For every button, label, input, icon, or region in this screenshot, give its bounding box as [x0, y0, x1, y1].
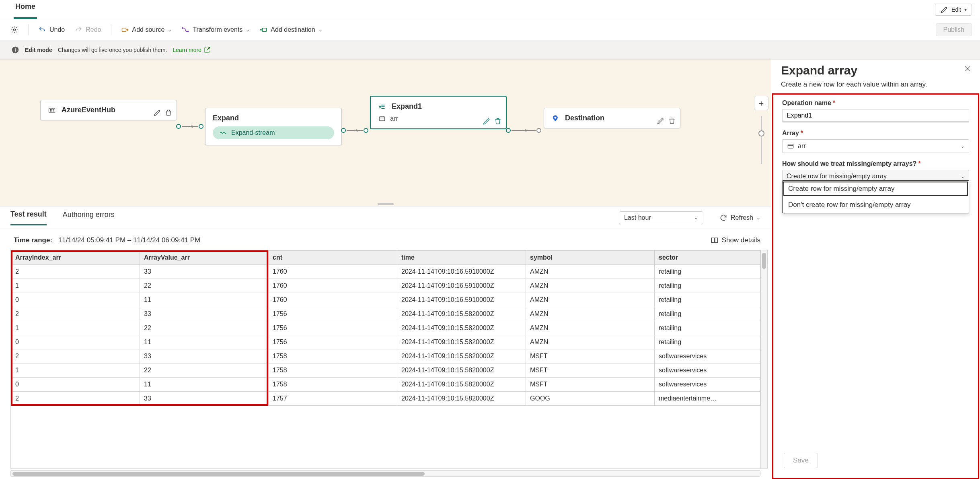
- transform-events-button[interactable]: Transform events ⌄: [181, 26, 250, 34]
- edit-mode-label: Edit mode: [25, 47, 52, 53]
- node-destination[interactable]: Destination: [544, 108, 680, 128]
- publish-button[interactable]: Publish: [936, 23, 972, 36]
- expand-stream-label: Expand-stream: [231, 129, 275, 136]
- table-cell: 11: [140, 335, 269, 349]
- table-row[interactable]: 23317572024-11-14T09:10:15.5820000ZGOOGm…: [11, 392, 760, 406]
- tab-test-result[interactable]: Test result: [10, 210, 47, 225]
- expand-stream-chip[interactable]: Expand-stream: [213, 126, 334, 139]
- table-cell: softwareservices: [655, 349, 760, 363]
- node-expand1[interactable]: Expand1 arr: [370, 96, 507, 129]
- connector-port[interactable]: [536, 128, 541, 133]
- add-destination-icon: [259, 26, 267, 34]
- add-source-button[interactable]: Add source ⌄: [121, 26, 172, 34]
- column-header[interactable]: ArrayValue_arr: [140, 251, 269, 265]
- node-source[interactable]: AzureEventHub: [40, 100, 177, 120]
- refresh-button[interactable]: Refresh ⌄: [719, 214, 760, 222]
- pipeline-canvas[interactable]: AzureEventHub ➔ Expand: [0, 60, 771, 206]
- table-cell: retailing: [655, 321, 760, 335]
- connector-port[interactable]: [506, 128, 511, 133]
- horizontal-scrollbar[interactable]: [10, 470, 760, 477]
- connector-port[interactable]: [176, 124, 181, 129]
- svg-rect-20: [788, 144, 793, 148]
- chevron-down-icon: ⌄: [318, 27, 323, 33]
- info-icon: [11, 46, 19, 54]
- table-cell: 33: [140, 392, 269, 406]
- table-cell: AMZN: [526, 279, 655, 293]
- table-cell: 2024-11-14T09:10:15.5820000Z: [397, 307, 526, 321]
- trash-icon[interactable]: [164, 109, 173, 117]
- table-cell: AMZN: [526, 293, 655, 307]
- vertical-scrollbar[interactable]: [760, 250, 768, 469]
- table-cell: 1760: [269, 279, 397, 293]
- save-button[interactable]: Save: [784, 453, 818, 468]
- trash-icon[interactable]: [494, 117, 502, 125]
- scrollbar-thumb[interactable]: [762, 253, 766, 269]
- chevron-down-icon: ⌄: [961, 173, 965, 179]
- add-destination-label: Add destination: [271, 26, 315, 33]
- connector-port[interactable]: [341, 128, 346, 133]
- pencil-icon[interactable]: [657, 117, 665, 125]
- table-row[interactable]: 01117562024-11-14T09:10:15.5820000ZAMZNr…: [11, 335, 760, 349]
- table-row[interactable]: 12217582024-11-14T09:10:15.5820000ZMSFTs…: [11, 363, 760, 378]
- gear-icon[interactable]: [10, 26, 18, 34]
- dropdown-option[interactable]: Don't create row for missing/empty array: [783, 197, 969, 213]
- redo-label: Redo: [86, 26, 101, 33]
- close-icon[interactable]: [962, 64, 973, 74]
- dropdown-option[interactable]: Create row for missing/empty array: [783, 181, 969, 197]
- operation-name-input[interactable]: [782, 109, 969, 122]
- destination-icon: [551, 114, 559, 122]
- refresh-icon: [719, 214, 727, 222]
- scrollbar-thumb[interactable]: [12, 472, 425, 476]
- zoom-slider-thumb[interactable]: [758, 130, 764, 136]
- node-expand[interactable]: Expand Expand-stream: [205, 108, 342, 145]
- show-details-toggle[interactable]: Show details: [711, 236, 760, 244]
- transform-label: Transform events: [193, 26, 242, 33]
- table-cell: 1: [11, 279, 140, 293]
- table-cell: 2024-11-14T09:10:15.5820000Z: [397, 363, 526, 378]
- undo-button[interactable]: Undo: [38, 26, 65, 34]
- table-row[interactable]: 12217602024-11-14T09:10:16.5910000ZAMZNr…: [11, 279, 760, 293]
- connector-port[interactable]: [364, 128, 368, 133]
- pencil-icon[interactable]: [153, 109, 161, 117]
- time-range-selector[interactable]: Last hour ⌄: [619, 211, 703, 224]
- table-row[interactable]: 23317602024-11-14T09:10:16.5910000ZAMZNr…: [11, 265, 760, 279]
- table-cell: MSFT: [526, 378, 655, 392]
- column-header[interactable]: cnt: [269, 251, 397, 265]
- results-table: ArrayIndex_arrArrayValue_arrcnttimesymbo…: [11, 250, 760, 406]
- show-details-label: Show details: [722, 236, 760, 244]
- table-cell: 2024-11-14T09:10:15.5820000Z: [397, 378, 526, 392]
- table-cell: 33: [140, 265, 269, 279]
- redo-button[interactable]: Redo: [74, 26, 101, 34]
- table-row[interactable]: 23317582024-11-14T09:10:15.5820000ZMSFTs…: [11, 349, 760, 363]
- column-header[interactable]: ArrayIndex_arr: [11, 251, 140, 265]
- table-row[interactable]: 01117582024-11-14T09:10:15.5820000ZMSFTs…: [11, 378, 760, 392]
- add-source-icon: [121, 26, 129, 34]
- column-header[interactable]: symbol: [526, 251, 655, 265]
- edit-dropdown[interactable]: Edit ▾: [935, 4, 972, 16]
- add-destination-button[interactable]: Add destination ⌄: [259, 26, 322, 34]
- svg-point-0: [14, 29, 16, 31]
- details-icon: [711, 236, 719, 244]
- results-table-scroll[interactable]: ArrayIndex_arrArrayValue_arrcnttimesymbo…: [10, 250, 760, 469]
- table-cell: 1760: [269, 265, 397, 279]
- trash-icon[interactable]: [668, 117, 676, 125]
- column-header[interactable]: time: [397, 251, 526, 265]
- table-row[interactable]: 01117602024-11-14T09:10:16.5910000ZAMZNr…: [11, 293, 760, 307]
- edit-mode-desc: Changes will go live once you publish th…: [58, 47, 167, 53]
- table-row[interactable]: 23317562024-11-14T09:10:15.5820000ZAMZNr…: [11, 307, 760, 321]
- tab-home[interactable]: Home: [14, 0, 37, 19]
- table-row[interactable]: 12217562024-11-14T09:10:15.5820000ZAMZNr…: [11, 321, 760, 335]
- edit-mode-banner: Edit mode Changes will go live once you …: [0, 40, 980, 60]
- pencil-icon[interactable]: [483, 117, 491, 125]
- learn-more-link[interactable]: Learn more: [173, 46, 211, 54]
- time-range-label: Time range:: [14, 236, 52, 244]
- array-selector[interactable]: arr ⌄: [782, 139, 969, 153]
- splitter-handle[interactable]: [0, 202, 771, 206]
- arrow-icon: ➔: [354, 127, 359, 134]
- zoom-slider[interactable]: [761, 116, 762, 164]
- tab-authoring-errors[interactable]: Authoring errors: [63, 211, 115, 225]
- connector-port[interactable]: [199, 124, 203, 129]
- column-header[interactable]: sector: [655, 251, 760, 265]
- zoom-in-button[interactable]: ＋: [754, 96, 768, 110]
- svg-rect-1: [122, 28, 126, 31]
